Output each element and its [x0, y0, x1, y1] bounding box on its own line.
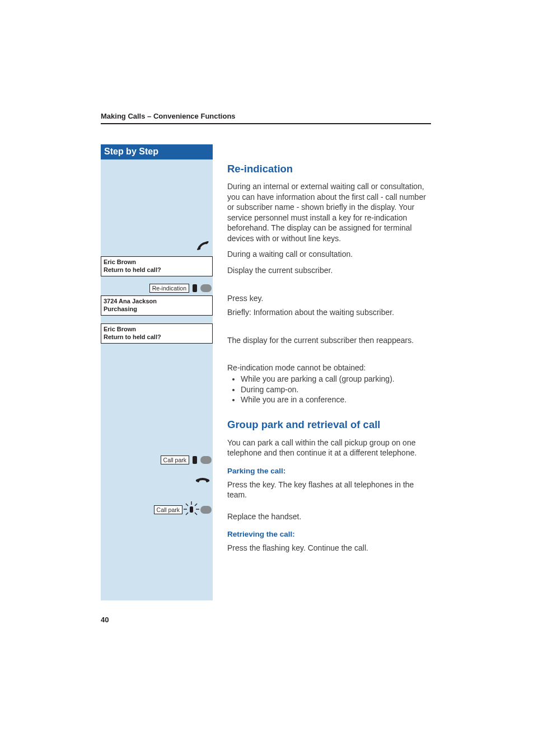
- led-icon: [193, 456, 197, 464]
- list-item: During camp-on.: [241, 384, 429, 395]
- body-text: You can park a call within the call pick…: [227, 438, 429, 458]
- display-line: Return to held call?: [104, 334, 210, 341]
- svg-line-1: [186, 504, 188, 506]
- limitation-list: While you are parking a call (group park…: [227, 374, 429, 405]
- keycap-icon: [200, 284, 212, 292]
- body-text: The display for the current subscriber t…: [227, 335, 429, 345]
- body-text: Press the flashing key. Continue the cal…: [227, 543, 429, 553]
- header-rule: [101, 123, 431, 124]
- display-line: 3724 Ana Jackson: [104, 298, 210, 306]
- key-label: Call park: [154, 505, 182, 514]
- call-park-key[interactable]: Call park: [101, 456, 213, 464]
- list-item: While you are in a conference.: [241, 395, 429, 405]
- svg-line-5: [186, 513, 188, 515]
- call-park-key-flashing[interactable]: Call park: [101, 505, 213, 514]
- subheading-parking: Parking the call:: [227, 466, 429, 476]
- led-flashing-icon: [186, 506, 197, 514]
- reindication-key[interactable]: Re-indication: [101, 284, 213, 293]
- svg-rect-7: [190, 506, 193, 513]
- body-text: During an internal or external waiting c…: [227, 181, 429, 243]
- sidebar-title: Step by Step: [101, 144, 213, 159]
- step-sidebar: Step by Step: [101, 144, 213, 600]
- svg-line-2: [195, 504, 197, 506]
- display-line: Eric Brown: [104, 259, 210, 266]
- running-header: Making Calls – Convenience Functions: [101, 112, 236, 120]
- phone-display-current: Eric Brown Return to held call?: [101, 256, 213, 276]
- body-text: Press the key. The key flashes at all te…: [227, 480, 429, 500]
- keycap-icon: [200, 456, 212, 464]
- phone-display-waiting: 3724 Ana Jackson Purchasing: [101, 295, 213, 316]
- keycap-icon: [200, 506, 212, 514]
- body-text: Replace the handset.: [227, 511, 429, 522]
- subheading-retrieving: Retrieving the call:: [227, 529, 429, 539]
- body-text: Display the current subscriber.: [227, 265, 429, 275]
- list-item: While you are parking a call (group park…: [241, 374, 429, 384]
- handset-onhook-icon: [101, 477, 213, 487]
- section-title-grouppark: Group park and retrieval of call: [227, 418, 429, 431]
- display-line: Return to held call?: [104, 266, 210, 274]
- body-text: Re-indication mode cannot be obtained:: [227, 363, 429, 373]
- led-icon: [193, 284, 197, 292]
- body-text: During a waiting call or consultation.: [227, 249, 429, 259]
- body-text: Press key.: [227, 293, 429, 303]
- page-number: 40: [101, 616, 109, 624]
- key-label: Re-indication: [149, 284, 189, 293]
- phone-display-return: Eric Brown Return to held call?: [101, 323, 213, 344]
- svg-line-6: [195, 513, 197, 515]
- display-line: Eric Brown: [104, 326, 210, 334]
- handset-offhook-icon: [101, 241, 213, 253]
- display-line: Purchasing: [104, 306, 210, 313]
- section-title-reindication: Re-indication: [227, 162, 429, 176]
- body-text: Briefly: Information about the waiting s…: [227, 307, 429, 317]
- key-label: Call park: [161, 456, 189, 464]
